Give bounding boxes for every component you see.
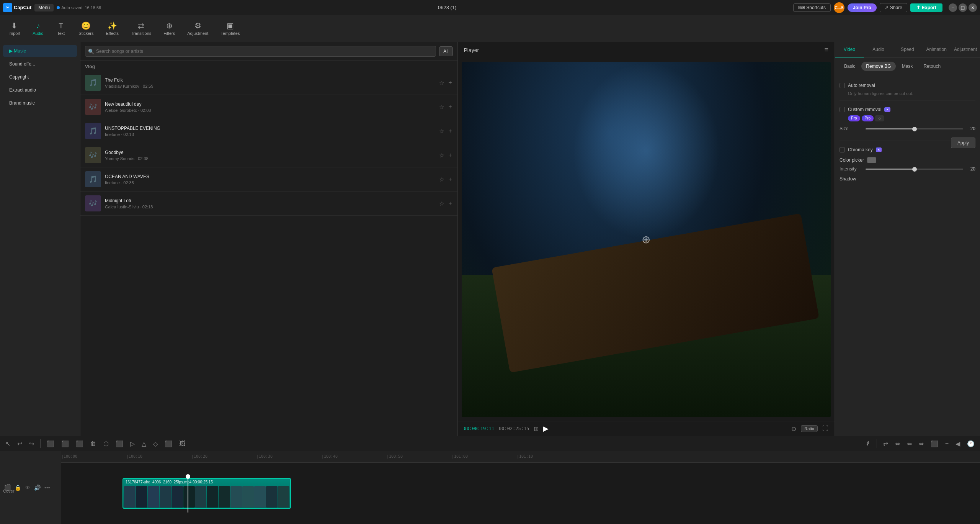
- redo-button[interactable]: ↪: [27, 439, 36, 449]
- image-button[interactable]: 🖼: [177, 439, 188, 449]
- select-tool-button[interactable]: ↖: [3, 439, 13, 449]
- tab-audio[interactable]: Audio: [864, 42, 893, 57]
- stickers-tool[interactable]: 😊 Stickers: [73, 20, 99, 38]
- size-slider[interactable]: [866, 128, 963, 129]
- fit-button[interactable]: ◀: [953, 439, 962, 449]
- music-button[interactable]: ▶ Music: [3, 45, 77, 57]
- effects-tool[interactable]: ✨ Effects: [100, 20, 124, 38]
- filters-tool[interactable]: ⊕ Filters: [158, 20, 180, 38]
- playhead[interactable]: [188, 474, 188, 513]
- tab-animation[interactable]: Animation: [922, 42, 951, 57]
- size-slider-thumb[interactable]: [912, 127, 917, 131]
- list-item[interactable]: 🎵 UNSTOPPABLE EVENING finetune · 02:13 ☆…: [80, 119, 457, 143]
- ratio-button[interactable]: Ratio: [801, 425, 818, 432]
- keyframe-button[interactable]: △: [139, 439, 149, 449]
- share-button[interactable]: ↗ Share: [880, 3, 907, 12]
- track-audio-button[interactable]: 🔊: [33, 483, 42, 492]
- magnet-button[interactable]: ⇔: [893, 439, 902, 449]
- export-button[interactable]: ⬆ Export: [910, 3, 942, 12]
- detach-button[interactable]: ⬛: [113, 439, 126, 449]
- list-item[interactable]: 🎵 The Folk Vladislav Kurnikov · 02:59 ☆ …: [80, 71, 457, 95]
- transitions-tool[interactable]: ⇄ Transitions: [126, 20, 157, 38]
- apply-button[interactable]: Apply: [951, 138, 975, 148]
- maximize-button[interactable]: □: [959, 3, 967, 12]
- undo-button[interactable]: ↩: [15, 439, 24, 449]
- frame-button[interactable]: ⬛: [162, 439, 175, 449]
- zoom-out-button[interactable]: −: [943, 439, 951, 449]
- list-item[interactable]: 🎶 Goodbye Yummy Sounds · 02:38 ☆ +: [80, 143, 457, 167]
- favorite-button[interactable]: ☆: [438, 175, 445, 184]
- add-button[interactable]: +: [448, 127, 452, 135]
- tab-video[interactable]: Video: [835, 42, 864, 57]
- player-menu-button[interactable]: ≡: [824, 46, 828, 54]
- intensity-slider-thumb[interactable]: [912, 167, 917, 172]
- add-button[interactable]: +: [448, 151, 452, 159]
- add-button[interactable]: +: [448, 199, 452, 208]
- copyright-button[interactable]: Copyright: [3, 71, 77, 83]
- sub-tab-basic[interactable]: Basic: [840, 62, 860, 71]
- user-avatar[interactable]: C...5: [834, 2, 844, 13]
- extract-audio-button[interactable]: Extract audio: [3, 84, 77, 96]
- text-tool[interactable]: T Text: [50, 20, 72, 38]
- play-range-button[interactable]: ▷: [128, 439, 137, 449]
- track-more-button[interactable]: •••: [43, 483, 51, 492]
- mask-button[interactable]: ⬡: [101, 439, 111, 449]
- color-swatch[interactable]: [867, 157, 876, 163]
- grid-view-button[interactable]: ⊞: [534, 425, 539, 432]
- templates-tool[interactable]: ▣ Templates: [215, 20, 245, 38]
- filter-button[interactable]: All: [439, 46, 452, 56]
- song-actions: ☆ +: [438, 103, 452, 111]
- sub-tab-retouch[interactable]: Retouch: [919, 62, 945, 71]
- sub-tab-mask[interactable]: Mask: [897, 62, 918, 71]
- adjustment-tool[interactable]: ⚙ Adjustment: [182, 20, 214, 38]
- tab-speed[interactable]: Speed: [893, 42, 922, 57]
- video-clip[interactable]: 16178477-uhd_4096_2160_25fps.mp4 00:00:2…: [122, 478, 291, 509]
- favorite-button[interactable]: ☆: [438, 79, 445, 87]
- audio-tool[interactable]: ♪ Audio: [27, 20, 49, 38]
- auto-removal-checkbox[interactable]: [840, 83, 845, 88]
- minimize-button[interactable]: −: [949, 3, 957, 12]
- add-button[interactable]: +: [448, 79, 452, 87]
- trim-button[interactable]: ⬛: [59, 439, 71, 449]
- add-button[interactable]: +: [448, 103, 452, 111]
- custom-removal-checkbox[interactable]: [840, 107, 845, 112]
- snap-button[interactable]: ⇐: [905, 439, 914, 449]
- track-name: Cover: [3, 489, 14, 493]
- link-button[interactable]: ⇄: [881, 439, 890, 449]
- menu-button[interactable]: Menu: [34, 4, 54, 11]
- focus-button[interactable]: ⊙: [791, 425, 796, 432]
- playhead-handle[interactable]: [186, 474, 190, 479]
- chroma-key-checkbox[interactable]: [840, 147, 845, 152]
- sub-tab-remove-bg[interactable]: Remove BG: [861, 62, 895, 71]
- favorite-button[interactable]: ☆: [438, 151, 445, 160]
- crop-button[interactable]: ⬛: [74, 439, 86, 449]
- close-button[interactable]: ×: [969, 3, 977, 12]
- tab-adjustment[interactable]: Adjustment: [951, 42, 980, 57]
- toggle-button[interactable]: ○: [875, 115, 884, 121]
- favorite-button[interactable]: ☆: [438, 199, 445, 208]
- favorite-button[interactable]: ☆: [438, 103, 445, 111]
- track-lock-button[interactable]: 🔒: [13, 483, 22, 492]
- play-button[interactable]: ▶: [543, 424, 549, 433]
- add-button[interactable]: +: [448, 175, 452, 183]
- import-tool[interactable]: ⬇ Import: [3, 20, 26, 38]
- search-input[interactable]: [85, 46, 436, 57]
- sound-effects-button[interactable]: Sound effe...: [3, 58, 77, 70]
- favorite-button[interactable]: ☆: [438, 127, 445, 136]
- shortcuts-button[interactable]: ⌨ Shortcuts: [793, 3, 831, 12]
- delete-button[interactable]: 🗑: [88, 439, 99, 449]
- transform-button[interactable]: ⬛: [928, 439, 941, 449]
- list-item[interactable]: 🎵 OCEAN AND WAVES finetune · 02:35 ☆ +: [80, 167, 457, 192]
- align-button[interactable]: ⇔: [916, 439, 926, 449]
- clock-button[interactable]: 🕐: [965, 439, 977, 449]
- list-item[interactable]: 🎶 New beautiful day Aleksei Gorobetc · 0…: [80, 95, 457, 119]
- fullscreen-button[interactable]: ⛶: [822, 425, 828, 432]
- list-item[interactable]: 🎶 Midnight Lofi Galea Iustin-Silviu · 02…: [80, 192, 457, 216]
- joinpro-button[interactable]: Join Pro: [848, 3, 877, 12]
- shape-button[interactable]: ◇: [151, 439, 160, 449]
- split-button[interactable]: ⬛: [44, 439, 57, 449]
- brand-music-button[interactable]: Brand music: [3, 97, 77, 109]
- mic-button[interactable]: 🎙: [862, 439, 873, 449]
- track-visible-button[interactable]: 👁: [24, 483, 31, 492]
- intensity-slider[interactable]: [866, 169, 963, 170]
